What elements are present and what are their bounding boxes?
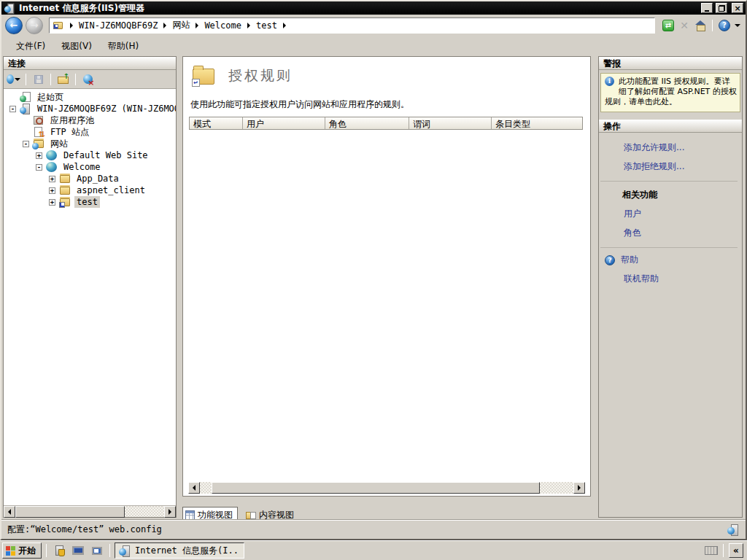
close-button[interactable]: × (732, 3, 743, 13)
connections-tree: 起始页 WIN-JZ6MOQBF69Z (WIN-JZ6MOQBF69Z 应用程… (4, 89, 176, 505)
expand-expander[interactable] (49, 187, 55, 194)
online-help-link[interactable]: 联机帮助 (599, 270, 739, 289)
restart-button[interactable]: ⇄ (661, 18, 676, 33)
menu-help[interactable]: 帮助(H) (101, 38, 146, 55)
arrow-right-icon (169, 509, 171, 515)
expand-expander[interactable] (49, 199, 55, 206)
start-page-icon (20, 92, 31, 102)
scroll-left-button[interactable] (188, 482, 200, 494)
quicklaunch-server-manager[interactable] (51, 543, 67, 558)
related-features-title: 相关功能 (599, 184, 739, 205)
tree-item-test[interactable]: test (4, 196, 176, 208)
expand-expander[interactable] (49, 176, 55, 182)
toolbar-separator (26, 74, 26, 85)
tray-chevron-button[interactable]: « (729, 543, 743, 558)
tree-item-welcome[interactable]: Welcome (4, 161, 176, 173)
column-roles[interactable]: 角色 (325, 117, 409, 129)
chevron-down-icon (735, 24, 740, 27)
scrollbar-thumb[interactable] (212, 482, 540, 494)
menu-view[interactable]: 视图(V) (54, 38, 99, 55)
breadcrumb-arrow-icon (70, 23, 73, 28)
minimize-button[interactable] (701, 3, 713, 13)
help-button[interactable]: ? (717, 18, 732, 33)
up-level-button[interactable] (56, 73, 70, 86)
scroll-right-button[interactable] (573, 482, 585, 494)
delete-connection-button[interactable] (81, 73, 95, 86)
add-deny-rule-link[interactable]: 添加拒绝规则... (599, 158, 739, 176)
window-switcher-icon (92, 547, 102, 555)
start-button-label: 开始 (18, 545, 36, 557)
quicklaunch-window-switcher[interactable] (89, 543, 105, 558)
taskbar-separator (46, 544, 47, 557)
scrollbar-thumb[interactable] (15, 506, 125, 518)
breadcrumb-test[interactable]: test (256, 20, 277, 31)
create-connection-button[interactable] (7, 73, 20, 86)
status-text: 配置:“Welcome/test” web.config (7, 524, 162, 536)
folder-up-icon (58, 75, 69, 84)
actions-header: 操作 (599, 120, 742, 133)
column-mode[interactable]: 模式 (190, 117, 243, 129)
menu-file[interactable]: 文件(F) (9, 38, 53, 55)
status-bar: 配置:“Welcome/test” web.config (1, 519, 746, 539)
alert-message[interactable]: 此功能配置 IIS 授权规则。要详细了解如何配置 ASP.NET 的授权规则，请… (605, 77, 737, 106)
taskbar-task-iis[interactable]: Internet 信息服务(I... (115, 542, 244, 559)
quicklaunch-show-desktop[interactable] (70, 543, 86, 558)
tree-item-default-web-site[interactable]: Default Web Site (4, 149, 176, 161)
save-connection-button[interactable] (31, 73, 45, 86)
column-entry-type[interactable]: 条目类型 (492, 117, 582, 129)
forward-button[interactable]: → (26, 17, 43, 34)
back-button[interactable]: ← (5, 17, 23, 34)
help-icon: ? (605, 255, 615, 265)
page-icon (53, 21, 63, 29)
iis-task-icon (119, 545, 131, 556)
start-button[interactable]: 开始 (2, 542, 42, 559)
info-icon: i (605, 77, 614, 86)
collapse-expander[interactable] (9, 106, 16, 112)
taskbar: 开始 Internet 信息服务(I... « (0, 540, 747, 560)
feature-title-row: ↵ 授权规则 (189, 66, 584, 85)
taskbar-separator (723, 544, 724, 557)
breadcrumb[interactable]: WIN-JZ6MOQBF69Z 网站 Welcome test (49, 18, 655, 34)
scrollbar-track[interactable] (200, 482, 573, 494)
scrollbar-track[interactable] (15, 506, 164, 517)
column-users[interactable]: 用户 (243, 117, 325, 129)
expand-expander[interactable] (36, 152, 42, 159)
page-title: 授权规则 (228, 66, 293, 85)
add-allow-rule-link[interactable]: 添加允许规则... (599, 139, 739, 158)
panel-splitter[interactable] (177, 56, 182, 518)
breadcrumb-welcome[interactable]: Welcome (204, 20, 241, 31)
scroll-right-button[interactable] (164, 506, 176, 518)
taskbar-separator (109, 544, 110, 557)
panel-gap (591, 56, 598, 518)
users-link[interactable]: 用户 (599, 205, 739, 224)
tree-item-ftp-sites[interactable]: FTP 站点 (4, 126, 176, 138)
tree-item-sites[interactable]: 网站 (4, 138, 176, 149)
help-link[interactable]: 帮助 (621, 254, 638, 266)
tree-item-app-data[interactable]: App_Data (4, 173, 176, 184)
connections-toolbar (4, 70, 176, 89)
roles-link[interactable]: 角色 (599, 224, 739, 243)
column-verbs[interactable]: 谓词 (409, 117, 492, 129)
scroll-left-button[interactable] (4, 506, 15, 518)
task-label: Internet 信息服务(I... (135, 545, 240, 557)
iis-app-icon (4, 3, 15, 13)
collapse-expander[interactable] (36, 164, 42, 171)
alerts-header: 警报 (599, 57, 742, 70)
connect-icon (7, 74, 14, 84)
connections-horizontal-scrollbar[interactable] (4, 505, 176, 517)
collapse-expander[interactable] (23, 141, 29, 147)
feature-horizontal-scrollbar[interactable] (188, 482, 585, 494)
breadcrumb-arrow-icon (247, 23, 250, 28)
breadcrumb-sites[interactable]: 网站 (172, 19, 190, 31)
restore-button[interactable] (716, 3, 727, 13)
stop-button[interactable]: ✕ (677, 18, 692, 33)
tree-item-aspnet-client[interactable]: aspnet_client (4, 184, 176, 196)
keyboard-language-icon[interactable] (705, 546, 718, 555)
help-dropdown-button[interactable] (733, 18, 742, 33)
folder-icon (59, 185, 71, 195)
actions-panel: 警报 i 此功能配置 IIS 授权规则。要详细了解如何配置 ASP.NET 的授… (598, 56, 743, 518)
home-button[interactable] (693, 18, 708, 33)
breadcrumb-server[interactable]: WIN-JZ6MOQBF69Z (79, 20, 158, 31)
tree-item-start-page[interactable]: 起始页 (4, 91, 176, 103)
restart-icon: ⇄ (662, 20, 674, 31)
